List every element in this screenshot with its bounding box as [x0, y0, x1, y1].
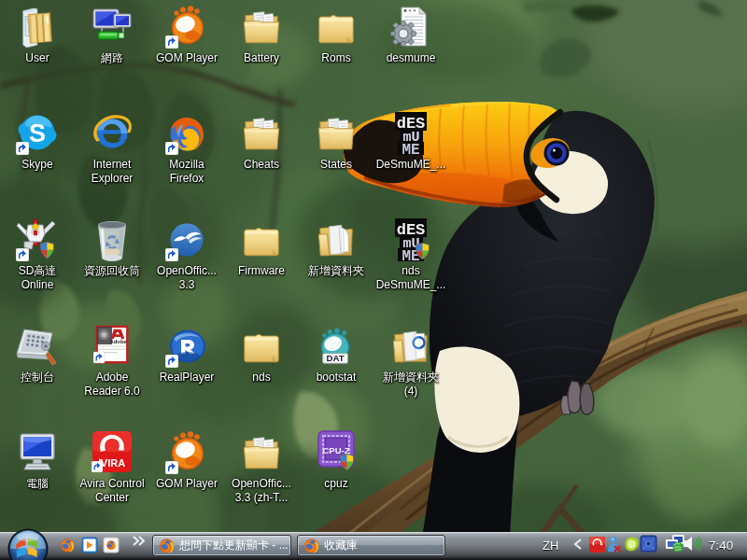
- svg-text:Adobe: Adobe: [109, 339, 127, 344]
- svg-text:VIRA: VIRA: [101, 457, 125, 469]
- svg-text:CPU-Z: CPU-Z: [322, 445, 349, 455]
- svg-text:7:40: 7:40: [709, 539, 733, 553]
- svg-text:S: S: [29, 119, 46, 147]
- svg-text:DAT: DAT: [327, 353, 345, 363]
